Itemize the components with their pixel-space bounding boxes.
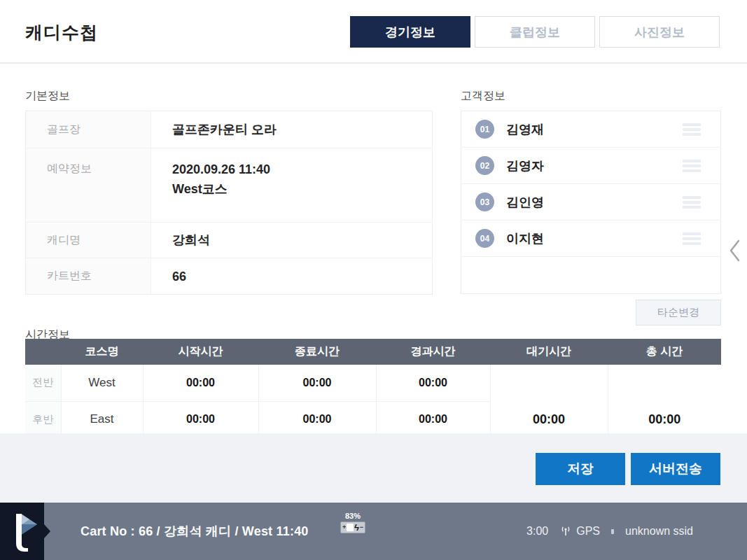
collapse-chevron-icon[interactable] [728,239,742,262]
back-course-name: East [61,401,143,438]
drag-handle-icon[interactable] [683,196,701,209]
drag-handle-icon[interactable] [683,232,701,245]
wait-time-column-header: 대기시간 [490,339,608,365]
drag-handle-icon[interactable] [683,123,701,136]
end-time-column-header: 종료시간 [258,339,376,365]
customer-name: 이지현 [506,230,683,247]
server-send-button[interactable]: 서버전송 [631,453,720,485]
front-total-time [608,365,721,401]
customer-list: 01 김영재 02 김영자 03 김인영 04 이지현 [461,111,721,294]
tab-bar: 경기정보 클럽정보 사진정보 [350,16,720,48]
bottom-action-band: 저장 서버전송 [0,433,747,503]
reservation-label: 예약정보 [26,148,151,222]
header-divider [0,62,747,64]
basic-info-table: 골프장 골프존카운티 오라 예약정보 2020.09.26 11:40 West… [25,111,433,295]
back-start-time: 00:00 [143,401,258,438]
time-row-front-nine: 전반 West 00:00 00:00 00:00 [25,365,721,401]
elapsed-time-column-header: 경과시간 [376,339,490,365]
gps-signal-icon [559,525,572,538]
caddy-name-value: 강희석 [172,230,432,250]
customer-number-badge: 03 [475,192,494,211]
customer-info-section-title: 고객정보 [461,89,505,104]
battery-icon: +ϟ− [340,522,365,533]
customer-name: 김영자 [506,158,683,174]
customer-row-3[interactable]: 03 김인영 [461,184,720,220]
front-wait-time [490,365,608,401]
customer-number-badge: 02 [475,156,494,175]
tab-game-info[interactable]: 경기정보 [350,16,470,48]
customer-name: 김영재 [506,121,683,138]
customer-row-empty [461,257,720,293]
battery-percent: 83% [339,512,367,520]
tab-photo-info[interactable]: 사진정보 [599,16,720,48]
drag-handle-icon[interactable] [683,160,701,172]
course-column-header: 코스명 [61,339,143,365]
table-row: 카트번호 66 [26,258,432,294]
total-time-column-header: 총 시간 [608,339,721,365]
front-half-label: 전반 [25,365,61,401]
customer-number-badge: 04 [475,229,494,248]
time-row-back-nine: 후반 East 00:00 00:00 00:00 00:00 00:00 [25,401,721,438]
front-elapsed-time: 00:00 [376,365,490,401]
caddy-notebook-screen: 캐디수첩 경기정보 클럽정보 사진정보 기본정보 고객정보 시간정보 골프장 골… [0,0,747,560]
cart-status-text: Cart No : 66 / 강희석 캐디 / West 11:40 [81,503,309,560]
tab-club-info[interactable]: 클럽정보 [475,16,595,48]
back-half-label: 후반 [25,401,61,438]
front-start-time: 00:00 [143,365,258,401]
table-row: 캐디명 강희석 [26,223,432,258]
wifi-ssid: unknown ssid [625,525,693,538]
reservation-course: West코스 [172,179,432,199]
cart-number-label: 카트번호 [26,258,151,294]
total-time-value: 00:00 [608,401,721,438]
save-button[interactable]: 저장 [536,453,625,485]
customer-row-1[interactable]: 01 김영재 [461,111,720,148]
caddy-name-label: 캐디명 [26,223,151,258]
cart-number-value: 66 [172,267,432,286]
gps-label: GPS [576,525,600,538]
status-right-group: 3:00 GPS unknown ssid [526,503,693,560]
footer-status-bar: Cart No : 66 / 강희석 캐디 / West 11:40 83% +… [0,503,747,560]
customer-row-4[interactable]: 04 이지현 [461,220,720,257]
basic-info-section-title: 기본정보 [25,89,70,104]
time-table-header-row: 코스명 시작시간 종료시간 경과시간 대기시간 총 시간 [25,339,721,365]
golf-course-value: 골프존카운티 오라 [172,120,432,139]
front-course-name: West [61,365,143,401]
customer-row-2[interactable]: 02 김영자 [461,148,720,184]
back-end-time: 00:00 [258,401,376,438]
app-logo [0,503,44,560]
reservation-datetime: 2020.09.26 11:40 [172,160,432,179]
start-time-column-header: 시작시간 [143,339,258,365]
front-end-time: 00:00 [258,365,376,401]
time-info-table: 코스명 시작시간 종료시간 경과시간 대기시간 총 시간 전반 West 00:… [25,339,721,438]
table-row: 골프장 골프존카운티 오라 [26,111,432,148]
order-change-button[interactable]: 타순변경 [636,300,721,326]
customer-number-badge: 01 [475,120,494,139]
table-row: 예약정보 2020.09.26 11:40 West코스 [26,148,432,223]
golf-course-label: 골프장 [26,111,151,148]
page-title: 캐디수첩 [25,21,98,44]
battery-indicator: 83% +ϟ− [339,512,367,533]
status-time: 3:00 [526,525,548,538]
half-column-header [25,339,61,365]
status-separator-dot [611,529,614,534]
customer-name: 김인영 [506,194,683,211]
wait-time-value: 00:00 [490,401,608,438]
back-elapsed-time: 00:00 [376,401,490,438]
